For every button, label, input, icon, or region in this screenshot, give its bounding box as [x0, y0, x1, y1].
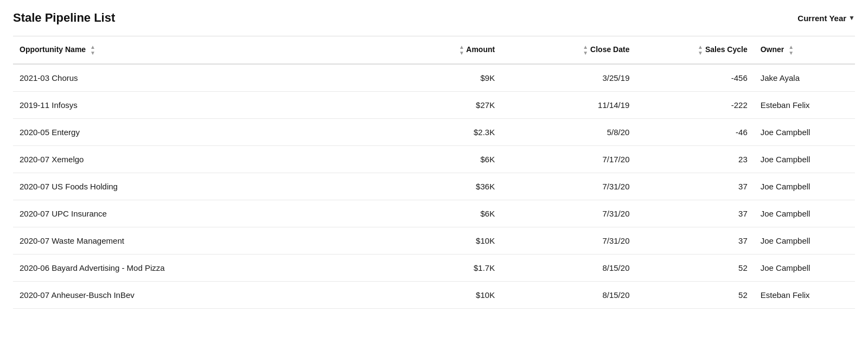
table-row: 2020-07 Xemelgo$6K7/17/2023Joe Campbell	[13, 146, 855, 173]
cell-owner: Joe Campbell	[754, 146, 855, 173]
cell-opportunity-name: 2020-07 UPC Insurance	[13, 200, 350, 227]
cell-owner: Esteban Felix	[754, 282, 855, 309]
cell-opportunity-name: 2020-06 Bayard Advertising - Mod Pizza	[13, 255, 350, 282]
col-header-amount[interactable]: ▲▼ Amount	[350, 36, 501, 65]
cell-sales-cycle: 37	[636, 200, 754, 227]
cell-owner: Joe Campbell	[754, 255, 855, 282]
cell-amount: $6K	[350, 200, 501, 227]
cell-close-date: 8/15/20	[501, 282, 636, 309]
cell-close-date: 8/15/20	[501, 255, 636, 282]
cell-amount: $10K	[350, 282, 501, 309]
cell-opportunity-name: 2020-07 Xemelgo	[13, 146, 350, 173]
cell-sales-cycle: 52	[636, 282, 754, 309]
cell-opportunity-name: 2021-03 Chorus	[13, 64, 350, 92]
table-row: 2020-07 Anheuser-Busch InBev$10K8/15/205…	[13, 282, 855, 309]
stale-pipeline-table: Opportunity Name ▲▼ ▲▼ Amount ▲▼ Close D…	[13, 36, 855, 309]
cell-sales-cycle: 23	[636, 146, 754, 173]
cell-opportunity-name: 2020-07 US Foods Holding	[13, 173, 350, 200]
table-row: 2019-11 Infosys$27K11/14/19-222Esteban F…	[13, 92, 855, 119]
table-row: 2020-07 US Foods Holding$36K7/31/2037Joe…	[13, 173, 855, 200]
cell-close-date: 7/17/20	[501, 146, 636, 173]
sort-icon-owner: ▲▼	[788, 44, 794, 56]
cell-sales-cycle: 52	[636, 255, 754, 282]
sort-icon-closedate: ▲▼	[583, 44, 588, 56]
cell-owner: Joe Campbell	[754, 119, 855, 146]
cell-close-date: 7/31/20	[501, 227, 636, 255]
cell-sales-cycle: -222	[636, 92, 754, 119]
cell-owner: Joe Campbell	[754, 200, 855, 227]
cell-close-date: 11/14/19	[501, 92, 636, 119]
sort-icon-salescycle: ▲▼	[698, 44, 703, 56]
cell-sales-cycle: 37	[636, 173, 754, 200]
table-header-row: Opportunity Name ▲▼ ▲▼ Amount ▲▼ Close D…	[13, 36, 855, 65]
sort-icon-name: ▲▼	[90, 44, 95, 56]
col-header-closedate[interactable]: ▲▼ Close Date	[501, 36, 636, 65]
cell-amount: $36K	[350, 173, 501, 200]
cell-opportunity-name: 2020-05 Entergy	[13, 119, 350, 146]
cell-sales-cycle: 37	[636, 227, 754, 255]
cell-amount: $2.3K	[350, 119, 501, 146]
table-row: 2020-05 Entergy$2.3K5/8/20-46Joe Campbel…	[13, 119, 855, 146]
col-header-owner[interactable]: Owner ▲▼	[754, 36, 855, 65]
cell-opportunity-name: 2019-11 Infosys	[13, 92, 350, 119]
cell-amount: $6K	[350, 146, 501, 173]
cell-close-date: 7/31/20	[501, 173, 636, 200]
filter-dropdown[interactable]: Current Year ▼	[797, 14, 855, 23]
cell-opportunity-name: 2020-07 Anheuser-Busch InBev	[13, 282, 350, 309]
table-row: 2020-06 Bayard Advertising - Mod Pizza$1…	[13, 255, 855, 282]
cell-owner: Esteban Felix	[754, 92, 855, 119]
cell-amount: $27K	[350, 92, 501, 119]
cell-owner: Joe Campbell	[754, 173, 855, 200]
cell-owner: Jake Ayala	[754, 64, 855, 92]
cell-close-date: 7/31/20	[501, 200, 636, 227]
col-header-name[interactable]: Opportunity Name ▲▼	[13, 36, 350, 65]
chevron-down-icon: ▼	[848, 14, 855, 22]
cell-amount: $9K	[350, 64, 501, 92]
cell-amount: $10K	[350, 227, 501, 255]
page-title: Stale Pipeline List	[13, 11, 115, 25]
cell-close-date: 3/25/19	[501, 64, 636, 92]
table-row: 2021-03 Chorus$9K3/25/19-456Jake Ayala	[13, 64, 855, 92]
cell-amount: $1.7K	[350, 255, 501, 282]
cell-close-date: 5/8/20	[501, 119, 636, 146]
sort-icon-amount: ▲▼	[459, 44, 464, 56]
col-header-salescycle[interactable]: ▲▼ Sales Cycle	[636, 36, 754, 65]
cell-owner: Joe Campbell	[754, 227, 855, 255]
table-row: 2020-07 UPC Insurance$6K7/31/2037Joe Cam…	[13, 200, 855, 227]
cell-sales-cycle: -456	[636, 64, 754, 92]
table-row: 2020-07 Waste Management$10K7/31/2037Joe…	[13, 227, 855, 255]
filter-label: Current Year	[797, 14, 846, 23]
cell-opportunity-name: 2020-07 Waste Management	[13, 227, 350, 255]
cell-sales-cycle: -46	[636, 119, 754, 146]
